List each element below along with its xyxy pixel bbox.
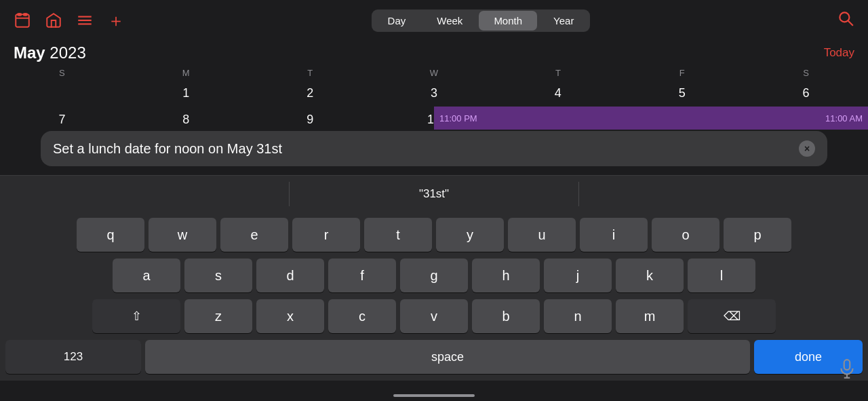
cell-4[interactable]: 4 [496,81,620,106]
prediction-center[interactable]: "31st" [290,182,578,206]
key-h[interactable]: h [472,259,540,292]
key-l[interactable]: l [688,259,755,292]
day-header-s1: S [0,66,124,79]
cell-2[interactable]: 2 [248,81,372,106]
key-m[interactable]: m [616,299,684,333]
calendar-row-1: 1 2 3 4 5 6 [0,81,868,106]
add-event-button[interactable]: ＋ [107,12,125,29]
key-v[interactable]: v [400,299,468,333]
cell-3[interactable]: 3 [372,81,496,106]
cell-6[interactable]: 6 [744,81,868,106]
segment-month[interactable]: Month [479,11,537,31]
key-d[interactable]: d [256,259,324,292]
key-w[interactable]: w [149,218,216,252]
cell-9[interactable]: 9 [248,107,372,132]
search-icon[interactable] [837,9,854,31]
clear-button[interactable]: × [799,140,815,157]
calendar-header: May 2023 Today [0,41,868,64]
day-header-w: W [372,66,496,79]
view-segment-control: Day Week Month Year [372,9,591,32]
day-header-t2: T [496,66,620,79]
key-a[interactable]: a [113,259,180,292]
key-k[interactable]: k [616,259,684,292]
key-b[interactable]: b [472,299,540,333]
key-n[interactable]: n [544,299,612,333]
svg-point-9 [840,12,849,22]
day-headers: S M T W T F S [0,64,868,81]
svg-rect-5 [23,13,28,16]
microphone-icon[interactable] [838,358,856,385]
cell-empty [0,81,124,106]
svg-rect-4 [17,13,22,16]
keyboard-row-2: a s d f g h j k l [3,259,865,292]
segment-year[interactable]: Year [538,11,589,31]
key-x[interactable]: x [256,299,324,333]
key-c[interactable]: c [328,299,396,333]
key-s[interactable]: s [184,259,252,292]
today-button[interactable]: Today [824,46,854,60]
top-bar: ＋ Day Week Month Year [0,0,868,41]
key-y[interactable]: y [436,218,504,252]
event-bar-text: 11:00 PM [439,113,477,123]
shift-key[interactable]: ⇧ [92,299,180,333]
svg-rect-11 [844,360,850,370]
key-j[interactable]: j [544,259,612,292]
space-key[interactable]: space [145,340,750,374]
cell-1[interactable]: 1 [124,81,248,106]
key-p[interactable]: p [724,218,791,252]
svg-rect-0 [16,14,29,26]
keyboard-row-1: q w e r t y u i o p [3,218,865,252]
cell-7[interactable]: 7 [0,107,124,132]
day-header-m: M [124,66,248,79]
prediction-bar: "31st" [0,176,868,212]
event-bar[interactable]: 11:00 PM 11:00 AM [434,107,868,130]
search-input[interactable] [53,141,793,157]
svg-line-10 [848,21,853,26]
keyboard-row-3: ⇧ z x c v b n m ⌫ [3,299,865,333]
key-q[interactable]: q [77,218,144,252]
search-input-container: × [41,131,827,166]
key-o[interactable]: o [652,218,719,252]
toolbar-left: ＋ [14,12,125,29]
key-i[interactable]: i [580,218,648,252]
key-e[interactable]: e [220,218,288,252]
month-year-label: May 2023 [14,43,86,62]
list-icon[interactable] [76,12,94,29]
keyboard: q w e r t y u i o p a s d f g h j k l ⇧ … [0,212,868,381]
numbers-key[interactable]: 123 [5,340,141,374]
key-f[interactable]: f [328,259,396,292]
cell-8[interactable]: 8 [124,107,248,132]
home-indicator [393,394,475,397]
year-label: 2023 [50,43,85,62]
segment-day[interactable]: Day [373,11,421,31]
key-t[interactable]: t [364,218,432,252]
key-r[interactable]: r [292,218,360,252]
day-header-s2: S [744,66,868,79]
event-end-time: 11:00 AM [825,113,863,123]
day-header-t1: T [248,66,372,79]
month-label: May [14,43,45,62]
prediction-right [579,189,868,199]
key-u[interactable]: u [508,218,576,252]
calendar-icon[interactable] [14,12,31,29]
day-header-f: F [620,66,744,79]
keyboard-row-4: 123 space done [3,340,865,374]
key-z[interactable]: z [184,299,252,333]
segment-week[interactable]: Week [422,11,477,31]
prediction-left [0,189,289,199]
key-g[interactable]: g [400,259,468,292]
cell-5[interactable]: 5 [620,81,744,106]
inbox-icon[interactable] [45,12,62,29]
backspace-key[interactable]: ⌫ [688,299,776,333]
